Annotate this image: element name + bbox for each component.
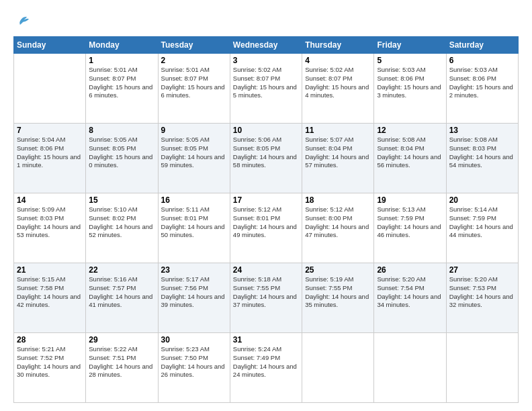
calendar-cell: 7Sunrise: 5:04 AMSunset: 8:06 PMDaylight… <box>14 124 86 193</box>
calendar-cell: 10Sunrise: 5:06 AMSunset: 8:05 PMDayligh… <box>230 124 302 193</box>
day-number: 2 <box>161 56 227 65</box>
day-info: Sunrise: 5:19 AMSunset: 7:55 PMDaylight:… <box>305 275 371 310</box>
calendar-cell: 6Sunrise: 5:03 AMSunset: 8:06 PMDaylight… <box>446 54 518 124</box>
calendar-cell: 23Sunrise: 5:17 AMSunset: 7:56 PMDayligh… <box>158 263 230 333</box>
calendar-cell <box>14 54 86 124</box>
day-number: 4 <box>305 56 371 65</box>
day-info: Sunrise: 5:07 AMSunset: 8:04 PMDaylight:… <box>305 136 371 170</box>
day-info: Sunrise: 5:21 AMSunset: 7:52 PMDaylight:… <box>17 345 83 379</box>
weekday-header: Wednesday <box>230 37 302 54</box>
day-info: Sunrise: 5:03 AMSunset: 8:06 PMDaylight:… <box>449 66 515 100</box>
calendar-cell: 13Sunrise: 5:08 AMSunset: 8:03 PMDayligh… <box>446 124 518 193</box>
day-number: 3 <box>233 56 299 65</box>
day-info: Sunrise: 5:12 AMSunset: 8:00 PMDaylight:… <box>305 205 371 240</box>
calendar-cell: 14Sunrise: 5:09 AMSunset: 8:03 PMDayligh… <box>14 193 86 263</box>
day-number: 17 <box>233 195 299 205</box>
day-number: 24 <box>233 265 299 275</box>
calendar-cell: 18Sunrise: 5:12 AMSunset: 8:00 PMDayligh… <box>302 193 374 263</box>
day-info: Sunrise: 5:15 AMSunset: 7:58 PMDaylight:… <box>17 275 83 310</box>
calendar-week-row: 28Sunrise: 5:21 AMSunset: 7:52 PMDayligh… <box>14 333 519 403</box>
day-info: Sunrise: 5:20 AMSunset: 7:53 PMDaylight:… <box>449 275 515 310</box>
calendar-week-row: 1Sunrise: 5:01 AMSunset: 8:07 PMDaylight… <box>14 54 519 124</box>
day-number: 1 <box>89 56 154 65</box>
day-number: 26 <box>377 265 443 275</box>
day-number: 12 <box>377 126 443 135</box>
day-info: Sunrise: 5:13 AMSunset: 7:59 PMDaylight:… <box>377 205 443 240</box>
day-number: 25 <box>305 265 371 275</box>
day-number: 20 <box>449 195 515 205</box>
day-info: Sunrise: 5:06 AMSunset: 8:05 PMDaylight:… <box>233 136 299 170</box>
day-number: 23 <box>161 265 227 275</box>
calendar-cell: 20Sunrise: 5:14 AMSunset: 7:59 PMDayligh… <box>446 193 518 263</box>
calendar-cell: 21Sunrise: 5:15 AMSunset: 7:58 PMDayligh… <box>14 263 86 333</box>
day-number: 6 <box>449 56 515 65</box>
day-info: Sunrise: 5:14 AMSunset: 7:59 PMDaylight:… <box>449 205 515 240</box>
calendar-cell: 5Sunrise: 5:03 AMSunset: 8:06 PMDaylight… <box>374 54 446 124</box>
calendar-cell: 12Sunrise: 5:08 AMSunset: 8:04 PMDayligh… <box>374 124 446 193</box>
calendar-week-row: 14Sunrise: 5:09 AMSunset: 8:03 PMDayligh… <box>14 193 519 263</box>
day-number: 28 <box>17 335 83 345</box>
day-number: 9 <box>161 126 227 135</box>
calendar-cell: 24Sunrise: 5:18 AMSunset: 7:55 PMDayligh… <box>230 263 302 333</box>
calendar-cell: 28Sunrise: 5:21 AMSunset: 7:52 PMDayligh… <box>14 333 86 403</box>
day-number: 8 <box>89 126 154 135</box>
day-number: 31 <box>233 335 299 345</box>
day-info: Sunrise: 5:20 AMSunset: 7:54 PMDaylight:… <box>377 275 443 310</box>
calendar-week-row: 21Sunrise: 5:15 AMSunset: 7:58 PMDayligh… <box>14 263 519 333</box>
calendar-cell <box>302 333 374 403</box>
calendar-cell: 11Sunrise: 5:07 AMSunset: 8:04 PMDayligh… <box>302 124 374 193</box>
calendar-cell: 1Sunrise: 5:01 AMSunset: 8:07 PMDaylight… <box>86 54 158 124</box>
day-info: Sunrise: 5:03 AMSunset: 8:06 PMDaylight:… <box>377 66 443 100</box>
day-number: 27 <box>449 265 515 275</box>
calendar-cell: 19Sunrise: 5:13 AMSunset: 7:59 PMDayligh… <box>374 193 446 263</box>
page: SundayMondayTuesdayWednesdayThursdayFrid… <box>0 0 532 411</box>
calendar-cell: 8Sunrise: 5:05 AMSunset: 8:05 PMDaylight… <box>86 124 158 193</box>
logo <box>13 12 31 30</box>
calendar-cell <box>446 333 518 403</box>
calendar-cell: 30Sunrise: 5:23 AMSunset: 7:50 PMDayligh… <box>158 333 230 403</box>
calendar-cell: 9Sunrise: 5:05 AMSunset: 8:05 PMDaylight… <box>158 124 230 193</box>
day-number: 18 <box>305 195 371 205</box>
day-number: 19 <box>377 195 443 205</box>
calendar-cell <box>374 333 446 403</box>
day-number: 11 <box>305 126 371 135</box>
header <box>13 12 519 30</box>
weekday-header: Saturday <box>446 37 518 54</box>
day-number: 7 <box>17 126 83 135</box>
day-info: Sunrise: 5:08 AMSunset: 8:04 PMDaylight:… <box>377 136 443 170</box>
calendar-cell: 16Sunrise: 5:11 AMSunset: 8:01 PMDayligh… <box>158 193 230 263</box>
weekday-header: Thursday <box>302 37 374 54</box>
calendar-cell: 31Sunrise: 5:24 AMSunset: 7:49 PMDayligh… <box>230 333 302 403</box>
day-number: 13 <box>449 126 515 135</box>
day-info: Sunrise: 5:16 AMSunset: 7:57 PMDaylight:… <box>89 275 154 310</box>
day-info: Sunrise: 5:02 AMSunset: 8:07 PMDaylight:… <box>305 66 371 100</box>
day-info: Sunrise: 5:24 AMSunset: 7:49 PMDaylight:… <box>233 345 299 379</box>
day-info: Sunrise: 5:23 AMSunset: 7:50 PMDaylight:… <box>161 345 227 379</box>
calendar-cell: 2Sunrise: 5:01 AMSunset: 8:07 PMDaylight… <box>158 54 230 124</box>
weekday-header: Sunday <box>14 37 86 54</box>
day-info: Sunrise: 5:09 AMSunset: 8:03 PMDaylight:… <box>17 205 83 240</box>
day-info: Sunrise: 5:10 AMSunset: 8:02 PMDaylight:… <box>89 205 154 240</box>
weekday-header-row: SundayMondayTuesdayWednesdayThursdayFrid… <box>14 37 519 54</box>
calendar-cell: 25Sunrise: 5:19 AMSunset: 7:55 PMDayligh… <box>302 263 374 333</box>
day-number: 21 <box>17 265 83 275</box>
day-number: 5 <box>377 56 443 65</box>
day-info: Sunrise: 5:01 AMSunset: 8:07 PMDaylight:… <box>89 66 154 100</box>
day-info: Sunrise: 5:17 AMSunset: 7:56 PMDaylight:… <box>161 275 227 310</box>
calendar-cell: 3Sunrise: 5:02 AMSunset: 8:07 PMDaylight… <box>230 54 302 124</box>
calendar-cell: 4Sunrise: 5:02 AMSunset: 8:07 PMDaylight… <box>302 54 374 124</box>
day-number: 22 <box>89 265 154 275</box>
day-info: Sunrise: 5:18 AMSunset: 7:55 PMDaylight:… <box>233 275 299 310</box>
calendar-cell: 29Sunrise: 5:22 AMSunset: 7:51 PMDayligh… <box>86 333 158 403</box>
day-info: Sunrise: 5:11 AMSunset: 8:01 PMDaylight:… <box>161 205 227 240</box>
calendar-cell: 22Sunrise: 5:16 AMSunset: 7:57 PMDayligh… <box>86 263 158 333</box>
day-number: 29 <box>89 335 154 345</box>
weekday-header: Tuesday <box>158 37 230 54</box>
calendar-cell: 26Sunrise: 5:20 AMSunset: 7:54 PMDayligh… <box>374 263 446 333</box>
day-info: Sunrise: 5:04 AMSunset: 8:06 PMDaylight:… <box>17 136 83 170</box>
calendar-cell: 27Sunrise: 5:20 AMSunset: 7:53 PMDayligh… <box>446 263 518 333</box>
day-info: Sunrise: 5:02 AMSunset: 8:07 PMDaylight:… <box>233 66 299 100</box>
calendar-cell: 15Sunrise: 5:10 AMSunset: 8:02 PMDayligh… <box>86 193 158 263</box>
day-info: Sunrise: 5:05 AMSunset: 8:05 PMDaylight:… <box>89 136 154 170</box>
day-info: Sunrise: 5:22 AMSunset: 7:51 PMDaylight:… <box>89 345 154 379</box>
